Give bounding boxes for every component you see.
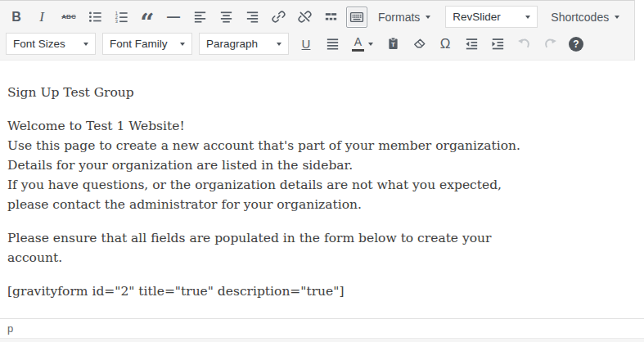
toolbar-row-2: Font Sizes Font Family Paragraph U bbox=[3, 30, 634, 57]
paste-text-icon: T bbox=[385, 36, 401, 52]
indent-icon bbox=[490, 36, 506, 52]
bullet-list-icon bbox=[88, 9, 103, 25]
undo-icon bbox=[516, 36, 532, 52]
blockquote-icon: “ bbox=[140, 7, 154, 27]
read-more-button[interactable] bbox=[320, 7, 341, 28]
align-right-button[interactable] bbox=[241, 7, 263, 28]
chevron-down-icon bbox=[277, 43, 281, 46]
chevron-down-icon bbox=[368, 43, 373, 46]
revslider-value: RevSlider bbox=[453, 11, 501, 23]
editor-paragraph: [gravityform id="2" title="true" descrip… bbox=[7, 281, 634, 301]
formats-dropdown[interactable]: Formats bbox=[372, 7, 437, 28]
keyboard-icon bbox=[349, 9, 365, 25]
paragraph-format-value: Paragraph bbox=[206, 38, 258, 50]
editor-paragraph: Sign Up Test Group bbox=[7, 83, 634, 102]
align-right-icon bbox=[245, 9, 260, 25]
help-button[interactable]: ? bbox=[565, 34, 587, 55]
wp-visual-editor: B I ABC 1 2 3 bbox=[0, 0, 644, 342]
editor-bottom-strip bbox=[0, 338, 644, 342]
eraser-icon bbox=[412, 36, 427, 52]
strikethrough-icon: ABC bbox=[61, 13, 75, 20]
align-left-button[interactable] bbox=[189, 7, 210, 28]
link-icon bbox=[271, 9, 286, 25]
formats-label: Formats bbox=[378, 11, 420, 24]
shortcodes-label: Shortcodes bbox=[551, 11, 609, 24]
svg-text:T: T bbox=[391, 41, 395, 48]
redo-icon bbox=[543, 36, 558, 52]
chevron-down-icon bbox=[83, 43, 88, 46]
text-color-button[interactable]: A bbox=[348, 34, 377, 55]
svg-text:3: 3 bbox=[115, 19, 117, 24]
undo-button[interactable] bbox=[513, 34, 534, 55]
font-sizes-value: Font Sizes bbox=[13, 38, 65, 50]
underline-button[interactable]: U bbox=[295, 34, 317, 55]
editor-statusbar: p bbox=[0, 318, 644, 338]
blockquote-button[interactable]: “ bbox=[137, 7, 158, 28]
chevron-down-icon bbox=[180, 43, 185, 46]
paste-as-text-button[interactable]: T bbox=[382, 34, 403, 55]
align-left-icon bbox=[192, 9, 208, 25]
read-more-icon bbox=[323, 9, 339, 25]
horizontal-rule-button[interactable]: — bbox=[163, 7, 184, 28]
italic-button[interactable]: I bbox=[32, 7, 53, 28]
text-color-icon: A bbox=[352, 36, 364, 52]
editor-content-area[interactable]: Sign Up Test GroupWelcome to Test 1 Webs… bbox=[0, 61, 644, 318]
element-path[interactable]: p bbox=[7, 322, 13, 335]
toolbar-toggle-button[interactable] bbox=[346, 7, 367, 28]
chevron-down-icon bbox=[615, 16, 619, 19]
paragraph-format-select[interactable]: Paragraph bbox=[199, 33, 289, 55]
indent-button[interactable] bbox=[487, 34, 508, 55]
numbered-list-icon: 1 2 3 bbox=[114, 9, 129, 25]
strikethrough-button[interactable]: ABC bbox=[58, 7, 79, 28]
horizontal-rule-icon: — bbox=[167, 10, 180, 25]
omega-icon: Ω bbox=[440, 36, 451, 52]
special-character-button[interactable]: Ω bbox=[435, 34, 456, 55]
insert-link-button[interactable] bbox=[268, 7, 289, 28]
align-center-button[interactable] bbox=[215, 7, 236, 28]
editor-paragraph: Please ensure that all fields are popula… bbox=[7, 228, 634, 268]
editor-content: Sign Up Test GroupWelcome to Test 1 Webs… bbox=[0, 61, 644, 301]
chevron-down-icon bbox=[426, 16, 430, 19]
bullet-list-button[interactable] bbox=[84, 7, 106, 28]
bold-icon: B bbox=[11, 10, 21, 25]
outdent-button[interactable] bbox=[461, 34, 482, 55]
align-center-icon bbox=[218, 9, 234, 25]
outdent-icon bbox=[464, 36, 480, 52]
redo-button[interactable] bbox=[539, 34, 561, 55]
bold-button[interactable]: B bbox=[6, 7, 27, 28]
font-family-value: Font Family bbox=[110, 38, 168, 50]
justify-icon bbox=[325, 36, 340, 52]
unlink-icon bbox=[297, 9, 313, 25]
editor-toolbar: B I ABC 1 2 3 bbox=[0, 0, 635, 61]
font-sizes-select[interactable]: Font Sizes bbox=[6, 33, 96, 55]
unlink-button[interactable] bbox=[294, 7, 315, 28]
font-family-select[interactable]: Font Family bbox=[102, 33, 192, 55]
help-icon: ? bbox=[569, 37, 583, 52]
clear-formatting-button[interactable] bbox=[408, 34, 430, 55]
revslider-select[interactable]: RevSlider bbox=[445, 6, 538, 28]
shortcodes-dropdown[interactable]: Shortcodes bbox=[544, 7, 626, 28]
toolbar-row-1: B I ABC 1 2 3 bbox=[3, 3, 634, 30]
justify-button[interactable] bbox=[322, 34, 343, 55]
italic-icon: I bbox=[39, 9, 46, 25]
editor-paragraph: Welcome to Test 1 Website!Use this page … bbox=[7, 116, 634, 214]
numbered-list-button[interactable]: 1 2 3 bbox=[110, 7, 132, 28]
underline-icon: U bbox=[302, 37, 311, 51]
chevron-down-icon bbox=[525, 16, 530, 19]
